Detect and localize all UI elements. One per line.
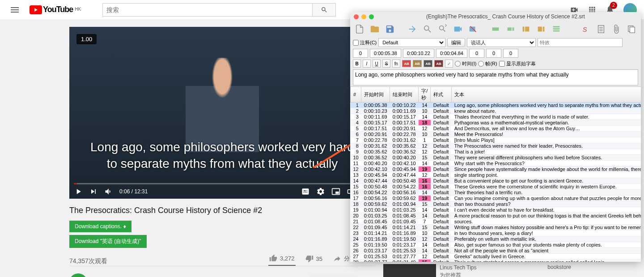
shift-end-icon[interactable]	[504, 23, 517, 35]
table-row[interactable]: 220:01:09.450:01:14.2115DefaultWriting s…	[351, 225, 641, 230]
styles-icon[interactable]	[625, 23, 638, 35]
table-row[interactable]: 20:00:10.230:00:11.6910Defaultknew about…	[351, 108, 641, 114]
style-select[interactable]: Default	[378, 38, 445, 47]
col-start[interactable]: 开始时间	[361, 87, 390, 102]
color2-button[interactable]: AB	[413, 60, 422, 67]
download-captions-button[interactable]: Download captions. ♦	[69, 221, 131, 232]
new-file-icon[interactable]	[353, 23, 366, 35]
hamburger-menu-icon[interactable]	[7, 4, 22, 16]
replace-tool-icon[interactable]	[436, 23, 449, 35]
video-player[interactable]: 1.00 Long ago, some philosophers worked …	[69, 27, 375, 199]
next-icon[interactable]	[89, 187, 98, 196]
col-style[interactable]: 样式	[431, 87, 452, 102]
play-icon[interactable]	[74, 187, 83, 196]
col-end[interactable]: 结束时间	[390, 87, 419, 102]
table-row[interactable]: 120:00:42.100:00:45.9419DefaultSince peo…	[351, 166, 641, 172]
margin-right-input[interactable]	[486, 49, 501, 58]
open-file-icon[interactable]	[368, 23, 381, 35]
table-row[interactable]: 210:01:08.450:01:09.457Defaultsources.	[351, 219, 641, 225]
like-button[interactable]: 3,272	[268, 251, 296, 266]
col-cps[interactable]: 字/秒	[419, 87, 431, 102]
window-titlebar[interactable]: (English)The Presocratics_ Crash Course …	[350, 12, 641, 21]
start-time-input[interactable]	[370, 49, 401, 58]
close-window-icon[interactable]	[354, 14, 359, 19]
captions-icon[interactable]	[301, 187, 310, 196]
recommendation-item[interactable]: 9:44 Linus Tech Tips 为您推荐 bookstore	[383, 264, 571, 277]
col-number[interactable]: #	[351, 87, 361, 102]
attachment-icon[interactable]	[610, 23, 623, 35]
frame-radio[interactable]: 帧(R)	[478, 60, 497, 67]
miniplayer-icon[interactable]	[331, 187, 340, 196]
end-time-input[interactable]	[403, 49, 434, 58]
save-file-icon[interactable]	[383, 23, 397, 35]
select-all-icon[interactable]	[550, 23, 563, 35]
video-close-icon[interactable]	[466, 23, 480, 35]
properties-icon[interactable]	[594, 23, 608, 35]
table-row[interactable]: 90:00:35.620:00:36.5212DefaultThat is a …	[351, 149, 641, 155]
bold-button[interactable]: B	[353, 60, 361, 68]
snap-end-icon[interactable]	[534, 23, 548, 35]
table-row[interactable]: 140:00:47.440:00:50.4816DefaultBut a con…	[351, 178, 641, 184]
channel-avatar[interactable]: CC	[69, 273, 87, 277]
search-button[interactable]	[313, 3, 336, 17]
table-row[interactable]: 190:01:00.940:01:03.2514DefaultI can't e…	[351, 207, 641, 213]
table-row[interactable]: 200:01:03.250:01:08.4514DefaultA more pr…	[351, 213, 641, 219]
table-row[interactable]: 160:00:54.220:00:56.1614DefaultTheir the…	[351, 190, 641, 196]
table-row[interactable]: 80:00:31.620:00:35.6212DefaultThe Presoc…	[351, 143, 641, 149]
actor-select[interactable]: 说话人	[467, 38, 536, 47]
search-tool-icon[interactable]	[421, 23, 434, 35]
table-row[interactable]: 30:00:11.690:00:15.1714DefaultThales the…	[351, 114, 641, 120]
table-row[interactable]: 10:00:05.380:00:10.2214DefaultLong ago, …	[351, 102, 641, 108]
table-row[interactable]: 40:00:15.170:00:17.5118DefaultPythagoras…	[351, 120, 641, 126]
table-row[interactable]: 180:00:59.620:01:00.9415Defaultthan two …	[351, 201, 641, 207]
comment-checkbox[interactable]: 注释(C)	[353, 39, 377, 46]
minimize-window-icon[interactable]	[361, 14, 366, 19]
font-button[interactable]: fn	[392, 60, 400, 68]
subscribe-button[interactable]: 已订阅 750万	[309, 275, 357, 277]
dislike-button[interactable]: 35	[305, 252, 323, 265]
youtube-logo[interactable]: YouTube HK	[30, 5, 81, 14]
table-row[interactable]: 240:01:16.890:01:19.5012DefaultPreferabl…	[351, 236, 641, 242]
maximize-window-icon[interactable]	[369, 14, 374, 19]
table-row[interactable]: 70:00:22.780:00:31.621Default[Intro Musi…	[351, 137, 641, 143]
table-row[interactable]: 150:00:50.480:00:54.2216DefaultThese Gre…	[351, 184, 641, 190]
shift-start-icon[interactable]	[489, 23, 502, 35]
underline-button[interactable]: U	[373, 60, 381, 68]
subtitle-text-editor[interactable]: Long ago, some philosophers worked very …	[353, 69, 638, 85]
duration-input[interactable]	[436, 49, 467, 58]
spellcheck-icon[interactable]: S	[579, 23, 593, 35]
playback-speed-badge[interactable]: 1.00	[76, 34, 97, 44]
table-row[interactable]: 280:01:27.770:01:31.4916DefaultTheir cul…	[351, 260, 641, 262]
snap-start-icon[interactable]	[519, 23, 533, 35]
edit-style-button[interactable]: 编辑	[447, 38, 465, 47]
margin-left-input[interactable]	[469, 49, 484, 58]
video-open-icon[interactable]	[451, 23, 465, 35]
table-row[interactable]: 100:00:36.520:00:40.2015DefaultThey were…	[351, 155, 641, 161]
show-original-checkbox[interactable]: 显示原始字幕	[499, 60, 536, 67]
table-row[interactable]: 230:01:14.210:01:16.8910Defaultin two th…	[351, 230, 641, 236]
table-row[interactable]: 260:01:23.170:01:25.5314DefaultNot all o…	[351, 248, 641, 254]
strike-button[interactable]: S	[382, 60, 390, 68]
table-row[interactable]: 130:00:45.940:00:47.4412Defaultsingle st…	[351, 172, 641, 178]
search-input[interactable]	[102, 3, 313, 17]
table-row[interactable]: 250:01:19.500:01:23.1714DefaultAlso, get…	[351, 242, 641, 248]
effect-input[interactable]	[538, 38, 623, 47]
download-auto-captions-button[interactable]: Download "英语 (自动生成)"	[69, 235, 147, 248]
color3-button[interactable]: AB	[424, 60, 432, 67]
subtitle-table[interactable]: # 开始时间 结束时间 字/秒 样式 文本 10:00:05.380:00:10…	[350, 86, 641, 262]
table-row[interactable]: 60:00:20.910:00:22.7810DefaultMeet the P…	[351, 132, 641, 137]
commit-button[interactable]: ✓	[445, 60, 453, 68]
table-row[interactable]: 50:00:17.510:00:20.9112DefaultAnd Democr…	[351, 126, 641, 132]
table-row[interactable]: 110:00:40.200:00:42.1014DefaultWhy start…	[351, 161, 641, 166]
jump-icon[interactable]	[406, 23, 419, 35]
col-text[interactable]: 文本	[452, 87, 641, 102]
time-radio[interactable]: 时间(I)	[455, 60, 476, 67]
layer-input[interactable]	[353, 49, 368, 58]
settings-gear-icon[interactable]	[316, 187, 325, 196]
color4-button[interactable]: AB	[434, 60, 443, 67]
volume-icon[interactable]	[104, 187, 113, 196]
color1-button[interactable]: AB	[402, 60, 411, 67]
margin-vert-input[interactable]	[503, 49, 518, 58]
table-row[interactable]: 270:01:25.530:01:27.7712DefaultGreeks" a…	[351, 254, 641, 260]
italic-button[interactable]: I	[363, 60, 371, 68]
